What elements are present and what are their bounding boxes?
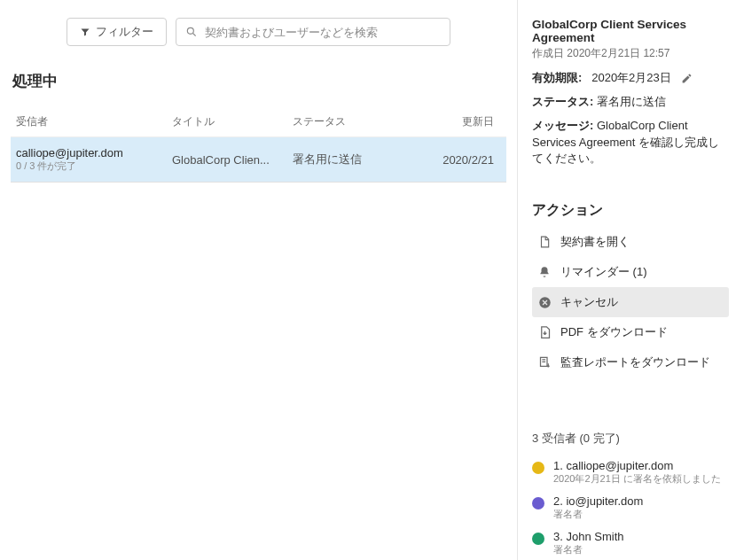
- download-pdf-label: PDF をダウンロード: [560, 324, 668, 340]
- row-recipient-email: calliope@jupiter.dom: [16, 146, 167, 159]
- recipient-sub: 署名者: [553, 543, 624, 556]
- edit-expiry-icon[interactable]: [681, 73, 693, 84]
- actions-heading: アクション: [532, 201, 729, 220]
- svg-line-1: [193, 34, 196, 36]
- recipient-dot-icon: [532, 497, 544, 509]
- created-value: 2020年2月21日 12:57: [567, 47, 669, 59]
- search-input[interactable]: [205, 26, 441, 39]
- cancel-icon: [537, 295, 552, 309]
- recipient-item[interactable]: 1. calliope@jupiter.dom 2020年2月21日 に署名を依…: [532, 455, 729, 491]
- cancel-action[interactable]: キャンセル: [532, 287, 729, 317]
- bell-icon: [537, 265, 552, 279]
- main-panel: フィルター 処理中 受信者 タイトル ステータス 更新日 calliope@ju…: [0, 0, 518, 560]
- action-list: 契約書を開く リマインダー (1) キャンセル PDF をダウンロード 監査レポ…: [532, 227, 729, 377]
- expires-label: 有効期限:: [532, 71, 582, 84]
- col-updated: 更新日: [404, 114, 501, 129]
- open-agreement-action[interactable]: 契約書を開く: [532, 227, 729, 257]
- recipient-item[interactable]: 2. io@jupiter.dom 署名者: [532, 491, 729, 526]
- row-title: GlobalCorp Clien...: [172, 153, 287, 167]
- recipient-dot-icon: [532, 533, 544, 545]
- search-icon: [185, 26, 205, 38]
- agreement-row[interactable]: calliope@jupiter.dom 0 / 3 件が完了 GlobalCo…: [11, 137, 506, 183]
- status-value: 署名用に送信: [597, 95, 666, 108]
- audit-download-icon: [537, 355, 552, 369]
- recipient-name: 1. calliope@jupiter.dom: [553, 459, 721, 472]
- status-label: ステータス:: [532, 95, 593, 108]
- recipients-heading: 3 受信者 (0 完了): [532, 431, 729, 447]
- expires-line: 有効期限: 2020年2月23日: [532, 70, 729, 87]
- section-title: 処理中: [12, 71, 506, 91]
- open-agreement-label: 契約書を開く: [560, 234, 630, 250]
- agreement-title: GlobalCorp Client Services Agreement: [532, 18, 729, 44]
- svg-point-0: [187, 27, 193, 34]
- created-label: 作成日: [532, 47, 564, 59]
- filter-label: フィルター: [96, 24, 153, 40]
- pdf-download-icon: [537, 325, 552, 339]
- message-label: メッセージ:: [532, 119, 593, 132]
- recipients-block: 3 受信者 (0 完了) 1. calliope@jupiter.dom 202…: [532, 431, 729, 560]
- row-updated: 2020/2/21: [404, 153, 501, 167]
- recipient-sub: 署名者: [553, 508, 643, 521]
- recipient-dot-icon: [532, 462, 544, 474]
- cancel-label: キャンセル: [560, 294, 618, 310]
- row-status: 署名用に送信: [293, 152, 399, 167]
- recipient-name: 2. io@jupiter.dom: [553, 494, 643, 508]
- reminder-label: リマインダー (1): [560, 264, 647, 280]
- download-audit-label: 監査レポートをダウンロード: [560, 354, 710, 370]
- recipient-name: 3. John Smith: [553, 530, 624, 543]
- download-pdf-action[interactable]: PDF をダウンロード: [532, 317, 729, 347]
- col-title: タイトル: [172, 114, 287, 129]
- status-line: ステータス: 署名用に送信: [532, 94, 729, 111]
- list-header: 受信者 タイトル ステータス 更新日: [11, 107, 506, 137]
- created-line: 作成日 2020年2月21日 12:57: [532, 46, 729, 61]
- recipient-item[interactable]: 3. John Smith 署名者: [532, 526, 729, 560]
- filter-icon: [80, 27, 90, 37]
- detail-panel: GlobalCorp Client Services Agreement 作成日…: [518, 0, 736, 560]
- toolbar: フィルター: [11, 18, 506, 46]
- search-field[interactable]: [176, 18, 450, 46]
- recipient-sub: 2020年2月21日 に署名を依頼しました: [553, 472, 721, 486]
- row-progress: 0 / 3 件が完了: [16, 159, 167, 173]
- row-recipient: calliope@jupiter.dom 0 / 3 件が完了: [16, 146, 167, 173]
- reminder-action[interactable]: リマインダー (1): [532, 257, 729, 287]
- col-status: ステータス: [293, 114, 399, 129]
- message-line: メッセージ: GlobalCorp Client Services Agreem…: [532, 118, 729, 168]
- download-audit-action[interactable]: 監査レポートをダウンロード: [532, 347, 729, 377]
- document-icon: [537, 235, 552, 249]
- filter-button[interactable]: フィルター: [67, 18, 167, 46]
- col-recipient: 受信者: [16, 114, 167, 129]
- expires-value: 2020年2月23日: [591, 71, 671, 84]
